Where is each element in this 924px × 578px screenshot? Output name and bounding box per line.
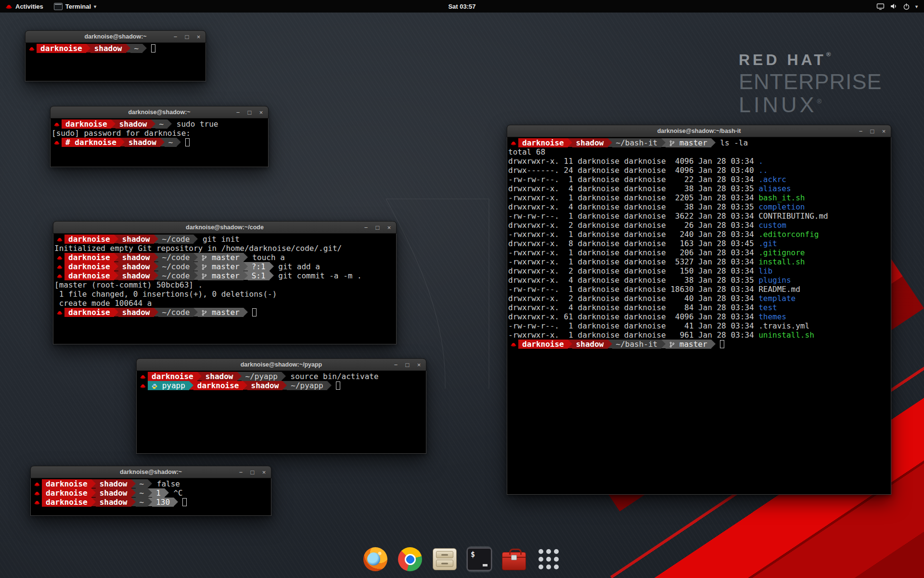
prompt-segment-host: shadow bbox=[247, 381, 283, 390]
maximize-button[interactable]: □ bbox=[403, 360, 412, 369]
close-button[interactable]: × bbox=[257, 108, 266, 117]
powerline-arrow bbox=[91, 479, 96, 488]
maximize-button[interactable]: □ bbox=[245, 108, 254, 117]
close-button[interactable]: × bbox=[194, 32, 203, 41]
terminal-text: -rwxrwxr-x. 1 darknoise darknoise 206 Ja… bbox=[508, 248, 758, 257]
terminal-line: drwx------. 24 darknoise darknoise 4096 … bbox=[508, 166, 890, 175]
terminal-line: -rw-rw-r--. 1 darknoise darknoise 22 Jan… bbox=[508, 175, 890, 184]
maximize-button[interactable]: □ bbox=[373, 223, 382, 232]
window-titlebar[interactable]: darknoise@shadow:~/pyapp − □ × bbox=[136, 358, 426, 371]
terminal-line: darknoiseshadow~/bash-it master ls -la bbox=[508, 138, 890, 147]
prompt-segment-status: ?:1 bbox=[248, 262, 270, 271]
minimize-button[interactable]: − bbox=[856, 127, 865, 136]
prompt-segment-user: darknoise bbox=[64, 235, 114, 244]
window-titlebar[interactable]: darknoise@shadow:~ − □ × bbox=[25, 30, 206, 43]
maximize-button[interactable]: □ bbox=[248, 468, 257, 477]
toolbox-icon[interactable] bbox=[501, 546, 527, 572]
close-button[interactable]: × bbox=[414, 360, 424, 369]
window-title: darknoise@shadow:~/code bbox=[186, 224, 264, 231]
redhat-prompt-icon bbox=[51, 119, 62, 129]
powerline-arrow bbox=[114, 262, 118, 271]
prompt-segment-status: S:1 bbox=[248, 271, 270, 280]
terminal-content[interactable]: darknoiseshadow~/bash-it master ls -lato… bbox=[507, 137, 891, 495]
terminal-content[interactable]: darknoiseshadow~ falsedarknoiseshadow~1 … bbox=[30, 478, 271, 516]
minimize-button[interactable]: − bbox=[391, 360, 400, 369]
terminal-text: source bin/activate bbox=[286, 372, 379, 381]
window-title: darknoise@shadow:~ bbox=[120, 469, 182, 475]
powerline-arrow bbox=[193, 253, 198, 262]
terminal-line: drwxrwxr-x. 4 darknoise darknoise 38 Jan… bbox=[508, 202, 890, 211]
window-titlebar[interactable]: darknoise@shadow:~/bash-it − □ × bbox=[507, 125, 891, 137]
powerline-arrow bbox=[131, 488, 136, 497]
terminal-line: darknoiseshadow~ false bbox=[32, 479, 270, 488]
terminal-line: darknoiseshadow~1 ^C bbox=[32, 488, 270, 498]
maximize-button[interactable]: □ bbox=[182, 32, 192, 41]
terminal-text: [master (root-commit) 50bcb63] . bbox=[54, 280, 203, 289]
brand-linux: LINUX® bbox=[739, 94, 882, 116]
firefox-icon[interactable] bbox=[362, 546, 388, 572]
minimize-button[interactable]: − bbox=[236, 468, 245, 477]
terminal-line: darknoiseshadow~130 bbox=[32, 498, 270, 507]
terminal-line: drwxrwxr-x. 61 darknoise darknoise 4096 … bbox=[508, 312, 890, 321]
terminal-content[interactable]: darknoiseshadow~/pyapp source bin/activa… bbox=[136, 371, 426, 454]
powerline-arrow bbox=[661, 138, 666, 147]
terminal-text: themes bbox=[758, 312, 786, 321]
close-button[interactable]: × bbox=[385, 223, 394, 232]
minimize-button[interactable]: − bbox=[361, 223, 371, 232]
window-title: darknoise@shadow:~ bbox=[84, 33, 146, 40]
terminal-cursor bbox=[185, 138, 190, 146]
powerline-arrow bbox=[154, 235, 158, 243]
activities-button[interactable]: Activities bbox=[0, 0, 49, 13]
maximize-button[interactable]: □ bbox=[868, 127, 877, 136]
terminal-content[interactable]: darknoiseshadow~ bbox=[25, 43, 206, 81]
powerline-arrow bbox=[154, 271, 158, 280]
minimize-button[interactable]: − bbox=[171, 32, 180, 41]
prompt-segment-host: shadow bbox=[96, 479, 131, 488]
close-button[interactable]: × bbox=[259, 468, 269, 477]
close-button[interactable]: × bbox=[879, 127, 888, 136]
files-icon[interactable] bbox=[432, 546, 458, 572]
redhat-prompt-icon bbox=[138, 372, 148, 381]
system-status-area[interactable]: ▾ bbox=[870, 0, 924, 13]
minimize-button[interactable]: − bbox=[233, 108, 243, 117]
prompt-segment-path: ~ bbox=[130, 44, 143, 53]
app-menu-terminal[interactable]: Terminal ▾ bbox=[49, 0, 102, 13]
powerline-arrow bbox=[282, 381, 287, 390]
terminal-text: -rwxrwxr-x. 1 darknoise darknoise 5327 J… bbox=[508, 257, 758, 266]
prompt-segment-host: shadow bbox=[118, 271, 154, 280]
terminal-text: touch a bbox=[248, 253, 285, 262]
window-titlebar[interactable]: darknoise@shadow:~ − □ × bbox=[50, 106, 269, 118]
terminal-icon[interactable] bbox=[466, 546, 492, 572]
terminal-content[interactable]: darknoiseshadow~/code git initInitialize… bbox=[53, 234, 397, 344]
powerline-arrow bbox=[244, 308, 248, 316]
prompt-segment-path: ~/code bbox=[158, 235, 194, 244]
prompt-segment-host: shadow bbox=[116, 119, 151, 129]
powerline-arrow bbox=[327, 381, 332, 390]
terminal-text: CONTRIBUTING.md bbox=[758, 211, 828, 221]
terminal-line: -rwxrwxr-x. 1 darknoise darknoise 2205 J… bbox=[508, 193, 890, 202]
prompt-segment-host: shadow bbox=[118, 235, 154, 244]
terminal-line: darknoiseshadow~/code master?:1 git add … bbox=[54, 262, 396, 271]
powerline-arrow bbox=[244, 262, 248, 271]
terminal-content[interactable]: darknoiseshadow~ sudo true[sudo] passwor… bbox=[50, 118, 269, 167]
terminal-text: bash_it.sh bbox=[758, 193, 805, 202]
terminal-cursor bbox=[182, 498, 187, 506]
chevron-down-icon: ▾ bbox=[94, 4, 96, 9]
prompt-segment-path: ~ bbox=[165, 138, 177, 147]
prompt-segment-git: master bbox=[198, 262, 243, 271]
powerline-arrow bbox=[148, 498, 152, 506]
powerline-arrow bbox=[131, 498, 136, 506]
terminal-text: -rwxrwxr-x. 1 darknoise darknoise 2205 J… bbox=[508, 193, 758, 202]
prompt-segment-user: # darknoise bbox=[62, 138, 120, 147]
terminal-text: ^C bbox=[169, 488, 183, 498]
chrome-icon[interactable] bbox=[397, 546, 423, 572]
window-titlebar[interactable]: darknoise@shadow:~ − □ × bbox=[30, 466, 271, 478]
clock[interactable]: Sat 03:57 bbox=[448, 3, 475, 10]
prompt-segment-git: master bbox=[666, 138, 711, 147]
app-menu-label: Terminal bbox=[65, 3, 91, 10]
redhat-prompt-icon bbox=[508, 138, 518, 147]
app-grid-icon[interactable] bbox=[536, 546, 562, 572]
terminal-line: drwxrwxr-x. 11 darknoise darknoise 4096 … bbox=[508, 157, 890, 166]
powerline-arrow bbox=[154, 262, 158, 271]
window-titlebar[interactable]: darknoise@shadow:~/code − □ × bbox=[53, 221, 397, 234]
